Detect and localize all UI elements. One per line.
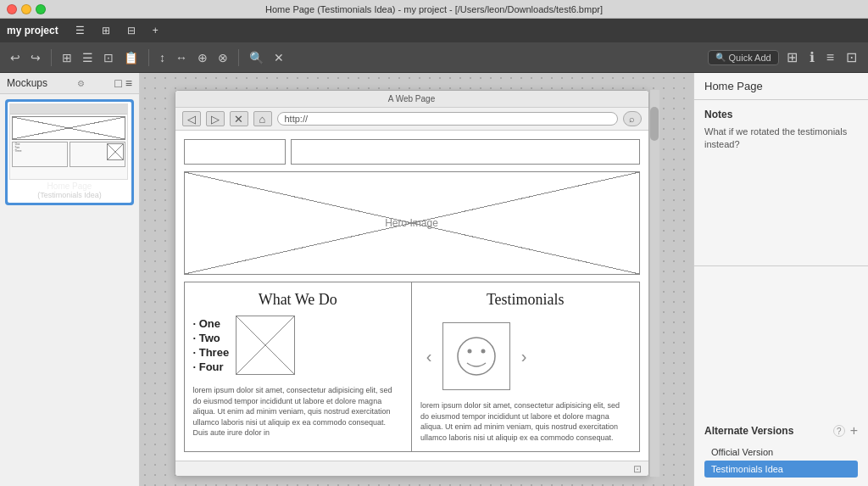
toolbar-btn-10[interactable]: ✕ <box>270 49 287 66</box>
right-panel-spacer <box>694 266 868 415</box>
vertical-scrollbar[interactable] <box>649 90 659 477</box>
svg-point-1 <box>468 349 472 354</box>
minimize-button[interactable] <box>21 4 31 14</box>
scrollbar-thumb[interactable] <box>650 107 659 141</box>
toolbar-btn-8[interactable]: ⊗ <box>214 49 231 66</box>
menu-add[interactable]: + <box>149 23 162 38</box>
thumb-content: · One· Two· Three <box>10 115 127 169</box>
toolbar-btn-5[interactable]: ↕ <box>156 49 169 66</box>
toolbar-btn-9[interactable]: 🔍 <box>246 49 267 66</box>
toolbar-btn-4[interactable]: 📋 <box>120 49 142 66</box>
left-col-content: One Two Three Four <box>193 316 403 380</box>
left-col-text-area: One Two Three Four <box>193 316 230 380</box>
nav-close-btn[interactable]: ✕ <box>230 111 248 126</box>
quick-add-input[interactable]: 🔍 Quick Add <box>708 50 779 65</box>
svg-point-2 <box>481 349 486 354</box>
toolbar-separator-1 <box>51 49 52 66</box>
redo-button[interactable]: ↪ <box>27 49 44 66</box>
menu-view-grid[interactable]: ⊞ <box>98 23 114 38</box>
sidebar-collapse-icon[interactable]: □ <box>114 76 121 90</box>
close-button[interactable] <box>7 4 17 14</box>
mockup-content: Hero Image What We Do One <box>175 131 648 461</box>
svg-point-0 <box>458 338 495 375</box>
bullet-three: Three <box>193 346 230 359</box>
header-nav-box <box>291 139 640 165</box>
right-panel-header: Home Page <box>694 73 868 100</box>
header-logo-box <box>184 139 286 165</box>
alt-versions-label: Alternate Versions <box>704 425 793 437</box>
testimonial-avatar-box <box>442 322 510 390</box>
notes-text: What if we rotated the testimonials inst… <box>704 126 858 152</box>
header-boxes <box>184 139 640 165</box>
toolbar-btn-3[interactable]: ⊡ <box>100 49 117 66</box>
nav-home-btn[interactable]: ⌂ <box>253 111 272 126</box>
menu-hamburger[interactable]: ☰ <box>72 23 88 38</box>
mockup-title-text: A Web Page <box>388 94 435 103</box>
alt-header-controls: ? + <box>833 423 858 439</box>
left-column: What We Do One Two Three Four <box>185 282 413 451</box>
mockup-browser-bar: ◁ ▷ ✕ ⌂ http:// ⌕ <box>175 108 648 131</box>
bullet-two: Two <box>193 332 230 344</box>
window-title: Home Page (Testimonials Idea) - my proje… <box>265 4 603 14</box>
hero-label: Hero Image <box>385 217 438 229</box>
alt-versions-header: Alternate Versions ? + <box>704 423 858 439</box>
thumb-cols: · One· Two· Three <box>12 142 125 167</box>
version-testimonials[interactable]: Testimonials Idea <box>704 461 858 478</box>
carousel-prev-btn[interactable]: ‹ <box>420 347 437 366</box>
toolbar-separator-3 <box>238 49 239 66</box>
sidebar-controls: □ ≡ <box>114 76 132 90</box>
nav-back-btn[interactable]: ◁ <box>182 111 201 126</box>
notes-section: Notes What if we rotated the testimonial… <box>694 100 868 266</box>
resize-icon: ⊡ <box>633 463 642 475</box>
page-name: Home Page <box>704 80 858 92</box>
nav-forward-btn[interactable]: ▷ <box>206 111 225 126</box>
quick-add-label: Quick Add <box>729 53 771 63</box>
undo-button[interactable]: ↩ <box>7 49 24 66</box>
carousel-next-btn[interactable]: › <box>515 347 532 366</box>
menu-bar: my project ☰ ⊞ ⊟ + <box>0 19 868 42</box>
thumb-col-right <box>70 142 125 167</box>
sidebar-menu-icon[interactable]: ≡ <box>125 76 132 90</box>
mockup-wrapper: A Web Page ◁ ▷ ✕ ⌂ http:// ⌕ <box>175 90 659 477</box>
left-image-box <box>236 316 295 375</box>
traffic-lights <box>7 4 46 14</box>
url-bar[interactable]: http:// <box>277 112 618 126</box>
thumbnail-inner: · One· Two· Three Home Page (Testimonial… <box>8 102 131 203</box>
menu-view-list[interactable]: ⊟ <box>124 23 139 38</box>
toolbar-btn-7[interactable]: ⊕ <box>194 49 211 66</box>
toolbar-view-btn[interactable]: ⊞ <box>782 47 802 67</box>
main-layout: Mockups ⚙ □ ≡ · One· Two· Three <box>0 73 868 486</box>
toolbar-btn-2[interactable]: ☰ <box>79 49 97 66</box>
toolbar-settings-btn[interactable]: ⊡ <box>842 47 861 67</box>
toolbar-btn-1[interactable]: ⊞ <box>58 49 75 66</box>
thumb-text-left: · One· Two· Three <box>14 143 66 154</box>
bullet-list: One Two Three Four <box>193 317 230 373</box>
maximize-button[interactable] <box>36 4 46 14</box>
add-version-btn[interactable]: + <box>850 423 858 439</box>
notes-label: Notes <box>704 109 858 120</box>
toolbar-btn-6[interactable]: ↔ <box>172 49 191 66</box>
bullet-four: Four <box>193 360 230 373</box>
testimonial-body-text: lorem ipsum dolor sit amet, consectetur … <box>420 400 631 443</box>
thumb-col-left: · One· Two· Three <box>12 142 68 167</box>
thumbnail-sublabel: (Testimonials Idea) <box>9 191 130 199</box>
help-icon[interactable]: ? <box>833 425 845 437</box>
two-columns: What We Do One Two Three Four <box>184 282 640 452</box>
alternate-versions-section: Alternate Versions ? + Official Version … <box>694 415 868 486</box>
thumbnail-name: Home Page <box>47 182 92 191</box>
thumbnail-home-page[interactable]: · One· Two· Three Home Page (Testimonial… <box>5 99 134 205</box>
search-button[interactable]: ⌕ <box>623 111 642 126</box>
toolbar-info-btn[interactable]: ℹ <box>805 47 819 67</box>
sidebar-title: Mockups <box>7 77 47 89</box>
left-sidebar: Mockups ⚙ □ ≡ · One· Two· Three <box>0 73 140 486</box>
app-name: my project <box>7 25 58 36</box>
url-text: http:// <box>285 114 309 124</box>
sidebar-header: Mockups ⚙ □ ≡ <box>0 73 139 94</box>
hero-section: Hero Image <box>184 171 640 275</box>
thumb-hero-box <box>12 116 125 140</box>
left-col-heading: What We Do <box>193 291 403 309</box>
version-official[interactable]: Official Version <box>704 444 858 461</box>
thumb-browser-bar <box>10 104 127 115</box>
testimonials-carousel: ‹ › <box>420 322 631 390</box>
toolbar-list-btn[interactable]: ≡ <box>822 48 838 67</box>
